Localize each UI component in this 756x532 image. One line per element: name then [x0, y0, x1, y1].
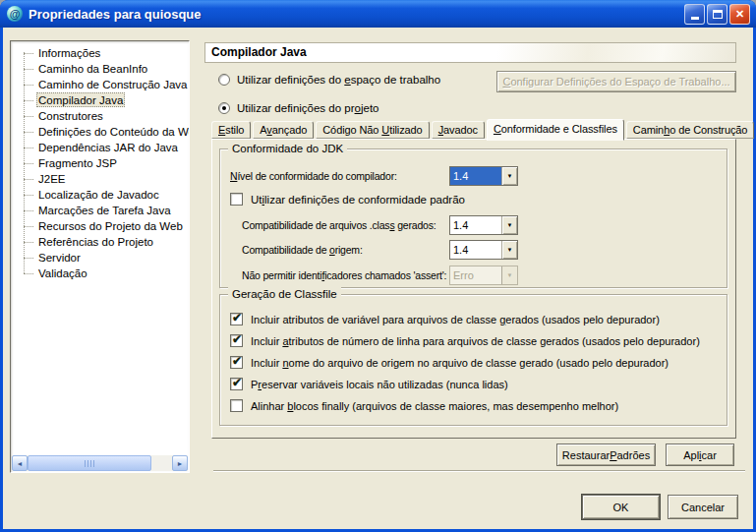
assert-identifier-label: Não permitir identificadores chamados 'a… — [242, 269, 446, 281]
window-title: Propriedades para quiosque — [29, 7, 684, 22]
tab-conformidade-e-classfiles[interactable]: Conformidade e Classfiles — [487, 119, 624, 141]
class-file-compat-label: Compatibilidade de arquivos .class gerad… — [242, 219, 436, 231]
conformance-tab-panel: Conformidade do JDK Nível de conformidad… — [211, 139, 736, 439]
classfile-generation-group: Geração de Classfile Incluir atributos d… — [219, 294, 727, 426]
assert-identifier-select[interactable]: Erro ▼ — [449, 266, 518, 285]
scroll-left-icon: ◄ — [17, 460, 24, 467]
chevron-down-icon: ▼ — [507, 173, 513, 179]
chevron-down-icon: ▼ — [507, 222, 513, 228]
horizontal-scrollbar[interactable]: ◄ ► — [12, 455, 188, 471]
include-variable-attributes-row[interactable]: Incluir atributos de variável para arqui… — [230, 312, 660, 326]
include-variable-attributes-checkbox[interactable] — [230, 313, 243, 325]
category-tree: Informações Caminho da BeanInfo Caminho … — [11, 41, 189, 281]
tab-javadoc[interactable]: Javadoc — [432, 121, 485, 139]
tree-item-dependencias-jar-do-java[interactable]: Dependências JAR do Java — [11, 140, 189, 155]
cancel-button[interactable]: Cancelar — [668, 495, 738, 519]
tree-item-servidor[interactable]: Servidor — [11, 250, 189, 266]
scroll-left-button[interactable]: ◄ — [12, 455, 28, 471]
preserve-unused-locals-label: Preservar variáveis locais não utilizada… — [251, 379, 508, 390]
scrollbar-track[interactable] — [28, 455, 172, 471]
tree-item-localizacao-de-javadoc[interactable]: Localização de Javadoc — [11, 187, 189, 203]
close-button[interactable]: ✕ — [729, 4, 750, 25]
use-default-compliance-row[interactable]: Utilizar definições de conformidade padr… — [230, 192, 465, 207]
restore-defaults-button[interactable]: Restaurar Padrões — [556, 443, 656, 466]
tree-item-caminho-de-construcao-java[interactable]: Caminho de Construção Java — [11, 77, 189, 92]
properties-dialog: @ Propriedades para quiosque ✕ Informaçõ… — [0, 0, 756, 532]
include-line-number-attributes-row[interactable]: Incluir atributos de número de linha par… — [230, 333, 700, 348]
class-file-compat-dropdown-button[interactable]: ▼ — [501, 216, 517, 234]
tree-item-j2ee[interactable]: J2EE — [11, 171, 189, 187]
properties-category-list: Informações Caminho da BeanInfo Caminho … — [10, 40, 190, 473]
include-source-file-name-checkbox[interactable] — [230, 356, 243, 369]
project-settings-radio[interactable] — [218, 102, 230, 114]
include-line-number-attributes-checkbox[interactable] — [230, 334, 243, 347]
inline-finally-blocks-label: Alinhar blocos finally (arquivos de clas… — [251, 400, 618, 412]
tree-item-construtores[interactable]: Construtores — [11, 108, 189, 124]
use-default-compliance-checkbox[interactable] — [230, 193, 243, 206]
source-compat-dropdown-button[interactable]: ▼ — [501, 241, 517, 259]
compiler-compliance-value: 1.4 — [450, 167, 501, 185]
include-source-file-name-label: Incluir nome do arquivo de origem no arq… — [251, 357, 669, 369]
tree-item-referencias-do-projeto[interactable]: Referências do Projeto — [11, 234, 189, 250]
compiler-tabs: Estilo Avançado Código Não Utilizado Jav… — [211, 119, 754, 139]
chevron-down-icon: ▼ — [507, 247, 513, 253]
tab-avancado[interactable]: Avançado — [253, 121, 314, 139]
compiler-compliance-dropdown-button[interactable]: ▼ — [501, 167, 517, 185]
assert-identifier-value: Erro — [450, 266, 501, 284]
jdk-conformance-group-title: Conformidade do JDK — [228, 142, 347, 155]
eclipse-icon: @ — [7, 6, 23, 22]
tab-estilo[interactable]: Estilo — [211, 121, 251, 139]
page-title: Compilador Java — [204, 42, 736, 63]
scrollbar-thumb[interactable] — [28, 455, 151, 471]
include-line-number-attributes-label: Incluir atributos de número de linha par… — [251, 335, 700, 347]
tree-item-fragmento-jsp[interactable]: Fragmento JSP — [11, 155, 189, 171]
source-compat-value: 1.4 — [450, 241, 501, 259]
classfile-generation-group-title: Geração de Classfile — [228, 287, 341, 301]
use-default-compliance-label: Utilizar definições de conformidade padr… — [251, 194, 465, 206]
source-compat-label: Compatibilidade de origem: — [242, 244, 363, 256]
workspace-settings-radio-label: Utilizar definições do espaço de trabalh… — [237, 74, 440, 86]
titlebar[interactable]: @ Propriedades para quiosque ✕ — [0, 0, 756, 28]
tree-item-recursos-do-projeto-da-web[interactable]: Recursos do Projeto da Web — [11, 218, 189, 234]
dialog-body: Informações Caminho da BeanInfo Caminho … — [3, 28, 753, 529]
include-source-file-name-row[interactable]: Incluir nome do arquivo de origem no arq… — [230, 355, 669, 370]
include-variable-attributes-label: Incluir atributos de variável para arqui… — [251, 314, 660, 325]
tab-codigo-nao-utilizado[interactable]: Código Não Utilizado — [316, 121, 429, 139]
class-file-compat-select[interactable]: 1.4 ▼ — [449, 215, 518, 235]
maximize-icon — [713, 10, 723, 19]
project-settings-radio-label: Utilizar definições do projeto — [237, 102, 378, 114]
inline-finally-blocks-checkbox[interactable] — [230, 399, 243, 412]
ok-button[interactable]: OK — [582, 495, 660, 519]
compiler-compliance-label: Nível de conformidade do compilador: — [230, 170, 397, 182]
chevron-down-icon: ▼ — [507, 272, 513, 278]
close-icon: ✕ — [735, 8, 744, 21]
scroll-right-icon: ► — [177, 460, 184, 467]
source-compat-select[interactable]: 1.4 ▼ — [449, 240, 518, 260]
preserve-unused-locals-row[interactable]: Preservar variáveis locais não utilizada… — [230, 377, 508, 391]
bottom-separator — [213, 470, 745, 472]
workspace-settings-radio[interactable] — [218, 74, 230, 86]
configure-workspace-settings-button[interactable]: Configurar Definições do Espaço de Traba… — [496, 71, 736, 92]
class-file-compat-value: 1.4 — [450, 216, 501, 234]
workspace-settings-radio-row[interactable]: Utilizar definições do espaço de trabalh… — [218, 72, 440, 88]
minimize-icon — [691, 17, 699, 20]
tab-caminho-de-construcao[interactable]: Caminho de Construção — [626, 121, 755, 139]
assert-identifier-dropdown-button[interactable]: ▼ — [501, 266, 517, 284]
maximize-button[interactable] — [707, 4, 727, 25]
project-settings-radio-row[interactable]: Utilizar definições do projeto — [218, 100, 378, 116]
inline-finally-blocks-row[interactable]: Alinhar blocos finally (arquivos de clas… — [230, 398, 618, 413]
minimize-button[interactable] — [684, 4, 705, 25]
tree-item-compilador-java[interactable]: Compilador Java — [11, 92, 189, 108]
tree-item-definicoes-do-conteudo-da-web[interactable]: Definições do Conteúdo da Web — [11, 124, 189, 140]
tree-item-validacao[interactable]: Validação — [11, 266, 189, 281]
tree-item-informacoes[interactable]: Informações — [11, 45, 189, 61]
apply-button[interactable]: Aplicar — [666, 443, 734, 466]
tree-item-marcacoes-de-tarefa-java[interactable]: Marcações de Tarefa Java — [11, 203, 189, 218]
preserve-unused-locals-checkbox[interactable] — [230, 378, 243, 390]
jdk-conformance-group: Conformidade do JDK Nível de conformidad… — [219, 148, 727, 288]
compiler-compliance-select[interactable]: 1.4 ▼ — [449, 166, 518, 186]
scroll-right-button[interactable]: ► — [172, 455, 188, 471]
tree-item-caminho-da-beaninfo[interactable]: Caminho da BeanInfo — [11, 61, 189, 77]
scrollbar-grip-icon — [85, 460, 94, 467]
